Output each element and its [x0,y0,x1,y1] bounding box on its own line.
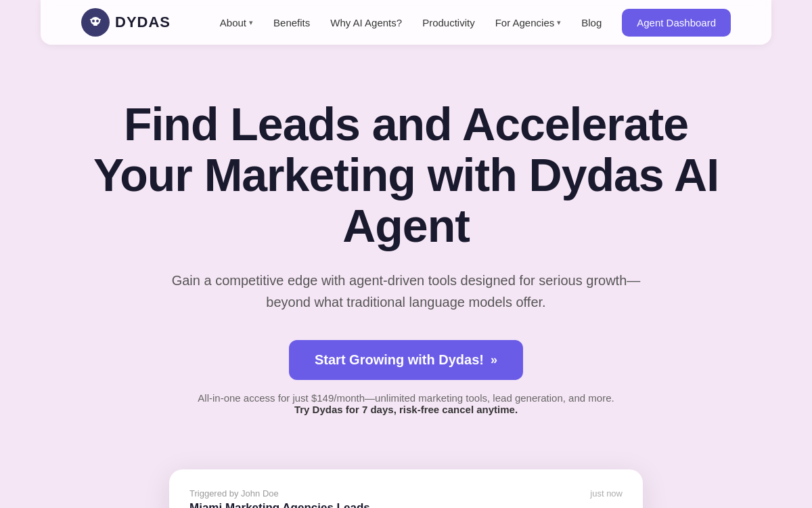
svg-point-3 [96,20,99,22]
hero-section: Find Leads and Accelerate Your Marketing… [34,45,778,449]
hero-price-text: All-in-one access for just $149/month—un… [74,392,738,415]
card-triggered-by: Triggered by John Doe [189,488,370,499]
svg-rect-6 [99,19,101,20]
svg-rect-5 [90,19,92,20]
nav-item-productivity[interactable]: Productivity [422,17,475,28]
nav-item-about[interactable]: About ▾ [220,17,253,28]
card-timestamp: just now [590,488,623,499]
hero-subtitle: Gain a competitive edge with agent-drive… [169,270,643,313]
card-preview-wrapper: Triggered by John Doe Miami Marketing Ag… [129,469,683,508]
card-header-left: Triggered by John Doe Miami Marketing Ag… [189,488,370,508]
card-title: Miami Marketing Agencies Leads [189,501,370,508]
nav-cta-item[interactable]: Agent Dashboard [622,9,731,37]
navbar: DYDAS About ▾ Benefits Why AI Agents? Pr… [41,0,771,45]
card-header: Triggered by John Doe Miami Marketing Ag… [189,488,623,508]
hero-trial-text: Try Dydas for 7 days, risk-free cancel a… [294,404,518,415]
logo[interactable]: DYDAS [81,8,171,37]
svg-rect-4 [93,24,97,26]
hero-title: Find Leads and Accelerate Your Marketing… [74,99,738,251]
svg-point-2 [92,20,95,22]
lead-card: Triggered by John Doe Miami Marketing Ag… [169,469,643,508]
nav-item-for-agencies[interactable]: For Agencies ▾ [495,17,562,28]
logo-text: DYDAS [115,14,171,31]
chevron-down-icon: ▾ [557,18,561,27]
nav-item-why-ai[interactable]: Why AI Agents? [330,17,402,28]
nav-links: About ▾ Benefits Why AI Agents? Producti… [220,9,731,37]
nav-item-benefits[interactable]: Benefits [273,17,310,28]
arrows-icon: » [491,353,497,367]
nav-item-blog[interactable]: Blog [581,17,602,28]
agent-dashboard-button[interactable]: Agent Dashboard [622,9,731,37]
logo-icon [81,8,110,37]
chevron-down-icon: ▾ [249,18,253,27]
hero-cta-button[interactable]: Start Growing with Dydas! » [289,340,523,380]
